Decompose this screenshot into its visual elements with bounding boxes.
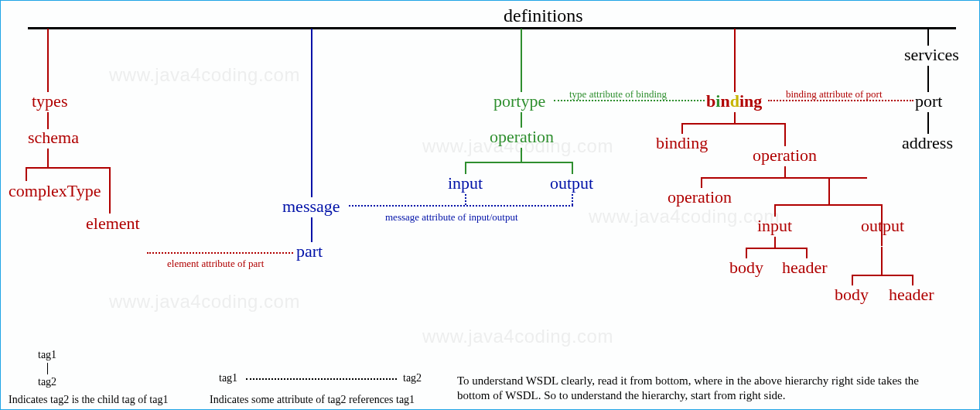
node-header1: header <box>782 259 828 276</box>
drop-operation-r1 <box>784 123 786 146</box>
conn-schema <box>47 112 49 129</box>
conn-services <box>927 29 929 46</box>
attr-message: message attribute of input/output <box>385 211 518 224</box>
attr-element: element attribute of part <box>167 258 264 270</box>
watermark: www.java4coding.com <box>109 291 300 313</box>
drop-complextype <box>26 167 27 181</box>
node-types: types <box>32 93 67 110</box>
conn-op-split <box>784 166 786 177</box>
node-definitions: definitions <box>504 7 583 24</box>
node-header2: header <box>889 286 934 303</box>
node-output-r: output <box>861 217 904 234</box>
wsdl-hierarchy-diagram: www.java4coding.com www.java4coding.com … <box>0 0 980 410</box>
binding-letter-g: g <box>753 91 762 111</box>
drop-binding-child <box>681 123 683 134</box>
conn-porttype <box>521 29 522 92</box>
binding-letter-b: b <box>706 91 715 111</box>
conn-schema-h <box>47 149 49 167</box>
binding-letter-n2: n <box>744 91 753 111</box>
conn-address <box>927 112 929 134</box>
drop-input-r <box>774 204 776 217</box>
legend-tag2-a: tag2 <box>38 376 56 388</box>
legend-conn-a <box>47 363 48 374</box>
conn-op-g <box>521 112 522 128</box>
node-input-green: input <box>448 175 483 192</box>
conn-binding <box>734 29 736 92</box>
node-port: port <box>915 93 942 110</box>
node-part: part <box>296 243 323 260</box>
drop-header2 <box>912 275 913 285</box>
binding-letter-d: d <box>730 91 739 111</box>
legend-tag2-b: tag2 <box>403 372 422 384</box>
conn-message <box>311 29 312 197</box>
drop-element <box>109 167 111 214</box>
bracket-io-g <box>465 162 573 163</box>
node-message: message <box>282 198 340 215</box>
attr-binding: binding attribute of port <box>786 88 883 101</box>
drop-output-g <box>572 162 573 174</box>
bracket-schema <box>26 167 111 169</box>
legend-dotted <box>246 378 397 380</box>
node-element: element <box>86 215 140 232</box>
node-operation-r2: operation <box>668 189 732 206</box>
drop-body1 <box>746 248 747 258</box>
node-output-green: output <box>550 175 593 192</box>
legend-note-ref: Indicates some attribute of tag2 referen… <box>210 394 415 406</box>
watermark: www.java4coding.com <box>589 206 780 227</box>
node-complexType: complexType <box>9 183 101 200</box>
ref-message-io <box>349 205 573 207</box>
conn-port <box>927 66 929 92</box>
watermark: www.java4coding.com <box>422 326 613 347</box>
legend-tag1-b: tag1 <box>219 372 237 384</box>
bracket-bh1 <box>746 248 808 249</box>
drop-header1 <box>806 248 808 258</box>
ref-element-part <box>147 252 293 254</box>
node-services: services <box>904 46 959 63</box>
node-input-r: input <box>757 217 792 234</box>
drop-io-r <box>828 177 830 204</box>
node-operation-r1: operation <box>753 147 817 164</box>
conn-bh2 <box>881 247 883 275</box>
drop-op-r2 <box>701 177 702 188</box>
conn-types <box>47 29 49 92</box>
node-operation-green: operation <box>490 128 554 145</box>
bracket-op <box>701 177 867 179</box>
attr-type: type attribute of binding <box>569 88 667 101</box>
node-binding-child: binding <box>656 135 708 152</box>
bracket-io-r <box>774 204 883 206</box>
node-binding: binding <box>706 93 762 110</box>
conn-binding-split <box>734 112 736 123</box>
dot-input-down <box>465 194 466 205</box>
node-body1: body <box>729 259 763 276</box>
bracket-binding <box>681 123 786 125</box>
node-address: address <box>902 135 953 152</box>
drop-body2 <box>852 275 853 285</box>
node-portype: portype <box>493 93 545 110</box>
legend-body-text: To understand WSDL clearly, read it from… <box>457 374 952 403</box>
main-axis <box>28 27 956 29</box>
binding-letter-n: n <box>720 91 729 111</box>
watermark: www.java4coding.com <box>109 64 300 86</box>
node-body2: body <box>835 286 869 303</box>
legend-note-child: Indicates tag2 is the child tag of tag1 <box>9 394 168 406</box>
legend-tag1-a: tag1 <box>38 349 56 361</box>
node-schema: schema <box>28 129 79 146</box>
conn-bh1 <box>774 237 776 248</box>
bracket-bh2 <box>852 275 913 276</box>
dot-output-down <box>572 194 573 205</box>
conn-part <box>311 217 312 242</box>
drop-input-g <box>465 162 466 174</box>
conn-io-g <box>521 148 522 162</box>
